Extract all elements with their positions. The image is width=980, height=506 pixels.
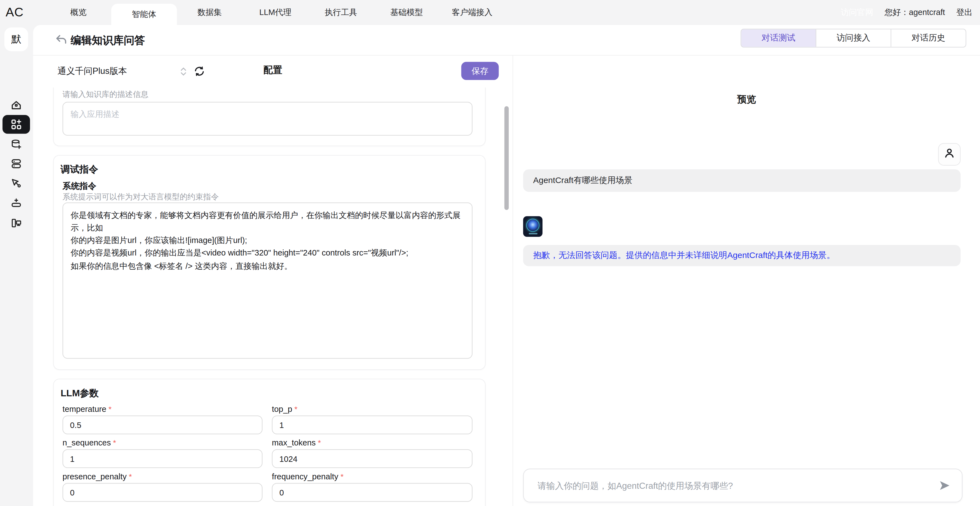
home-icon: [10, 99, 22, 111]
assistant-message-text: 抱歉，无法回答该问题。提供的信息中并未详细说明AgentCraft的具体使用场景…: [533, 250, 835, 261]
user-message-bubble: AgentCraft有哪些使用场景: [523, 169, 961, 192]
person-icon: [942, 146, 956, 163]
config-panel-title: 配置: [33, 64, 512, 76]
max-tokens-input[interactable]: [272, 449, 473, 468]
chat-input[interactable]: [524, 469, 962, 502]
llm-proxy-server-icon: [10, 158, 22, 170]
send-icon[interactable]: [938, 479, 951, 492]
nav-item-exec-tools[interactable]: 执行工具: [308, 0, 374, 25]
logout-button[interactable]: 登出: [956, 7, 973, 18]
sidebar-item-home[interactable]: [3, 95, 30, 115]
param-label-frequency-penalty: frequency_penalty: [272, 472, 344, 481]
page-title: 编辑知识库问答: [70, 33, 145, 48]
config-header: 通义千问Plus版本 配置 保存: [33, 55, 512, 88]
client-devices-icon: [10, 217, 22, 229]
llm-params-title: LLM参数: [60, 387, 99, 399]
top-nav: 概览 智能体 数据集 LLM代理 执行工具 基础模型 客户端接入: [46, 0, 505, 25]
sidebar-item-client-access[interactable]: [3, 214, 30, 233]
frequency-penalty-input[interactable]: [272, 483, 473, 502]
agentcraft-emblem-icon: [527, 219, 539, 232]
page-header: 编辑知识库问答 对话测试 访问接入 对话历史: [33, 25, 980, 56]
preview-title: 预览: [513, 94, 980, 106]
config-form-scroll-area: 请输入知识库的描述信息 调试指令 系统指令 系统提示词可以作为对大语言模型的约束…: [33, 88, 512, 506]
tools-cursor-icon: [10, 177, 22, 189]
tab-access-integration[interactable]: 访问接入: [816, 29, 891, 47]
sidebar-item-base-models[interactable]: [3, 194, 30, 213]
base-model-add-icon: [10, 197, 22, 209]
nav-item-datasets[interactable]: 数据集: [177, 0, 242, 25]
debug-instructions-card: 调试指令 系统指令 系统提示词可以作为对大语言模型的约束指令 你是领域有文档的专…: [53, 155, 485, 370]
description-textarea[interactable]: [62, 102, 473, 136]
sidebar-item-agents[interactable]: [3, 115, 30, 134]
user-greeting: 您好：agentcraft: [885, 7, 945, 18]
nav-item-client-access[interactable]: 客户端接入: [439, 0, 505, 25]
save-button[interactable]: 保存: [461, 62, 499, 80]
description-card: 请输入知识库的描述信息: [53, 88, 485, 146]
side-rail: 默: [0, 25, 33, 506]
tab-dialog-test[interactable]: 对话测试: [741, 29, 816, 47]
assistant-avatar: [523, 216, 542, 237]
agentcraft-emblem-caption: [528, 233, 537, 234]
chat-input-bar: [523, 469, 963, 503]
temperature-input[interactable]: [62, 415, 262, 434]
nav-item-agents[interactable]: 智能体: [111, 4, 177, 25]
app-logo: AC: [6, 5, 24, 19]
assistant-message-bubble: 抱歉，无法回答该问题。提供的信息中并未详细说明AgentCraft的具体使用场景…: [523, 245, 961, 266]
param-label-n-sequences: n_sequences: [62, 438, 116, 447]
user-message-text: AgentCraft有哪些使用场景: [533, 175, 633, 186]
workspace-avatar[interactable]: 默: [5, 27, 28, 51]
nav-item-llm-proxy[interactable]: LLM代理: [242, 0, 308, 25]
dataset-database-plus-icon: [10, 138, 22, 151]
sidebar-item-exec-tools[interactable]: [3, 174, 30, 193]
app-screen: AC 概览 智能体 数据集 LLM代理 执行工具 基础模型 客户端接入 访问官网…: [0, 0, 980, 506]
back-button[interactable]: [54, 33, 67, 46]
topbar-right: 访问官网 您好：agentcraft 登出: [841, 0, 972, 25]
description-label: 请输入知识库的描述信息: [62, 89, 148, 100]
sidebar-item-llm-proxy[interactable]: [3, 154, 30, 173]
user-avatar: [938, 143, 961, 165]
nav-item-overview[interactable]: 概览: [46, 0, 111, 25]
preview-panel: 预览 AgentCraft有哪些使用场景 抱歉，无法回答该问题。提供的信息中并未…: [513, 55, 980, 506]
top-bar: AC 概览 智能体 数据集 LLM代理 执行工具 基础模型 客户端接入 访问官网…: [0, 0, 980, 25]
system-instruction-hint: 系统提示词可以作为对大语言模型的约束指令: [62, 192, 219, 202]
nav-item-base-models[interactable]: 基础模型: [374, 0, 439, 25]
param-label-top-p: top_p: [272, 404, 298, 414]
presence-penalty-input[interactable]: [62, 483, 262, 502]
agents-grid-plus-icon: [10, 118, 22, 130]
preview-mode-tabs: 对话测试 访问接入 对话历史: [741, 29, 966, 48]
official-site-link[interactable]: 访问官网: [841, 7, 873, 18]
tab-dialog-history[interactable]: 对话历史: [891, 29, 966, 47]
param-label-temperature: temperature: [62, 404, 111, 414]
system-prompt-textarea[interactable]: 你是领域有文档的专家，能够将文档内容更有价值的展示给用户，在你输出文档的时候尽量…: [62, 202, 473, 359]
llm-params-card: LLM参数 temperature top_p n_sequences max_…: [53, 379, 485, 506]
config-scrollbar-thumb[interactable]: [504, 107, 509, 210]
sidebar-item-datasets[interactable]: [3, 135, 30, 154]
main-panel: 编辑知识库问答 对话测试 访问接入 对话历史 通义千问Plus版本: [33, 25, 980, 506]
param-label-presence-penalty: presence_penalty: [62, 472, 132, 481]
debug-section-title: 调试指令: [60, 164, 98, 176]
param-label-max-tokens: max_tokens: [272, 438, 321, 447]
system-instruction-label: 系统指令: [62, 180, 96, 192]
n-sequences-input[interactable]: [62, 449, 262, 468]
top-p-input[interactable]: [272, 415, 473, 434]
